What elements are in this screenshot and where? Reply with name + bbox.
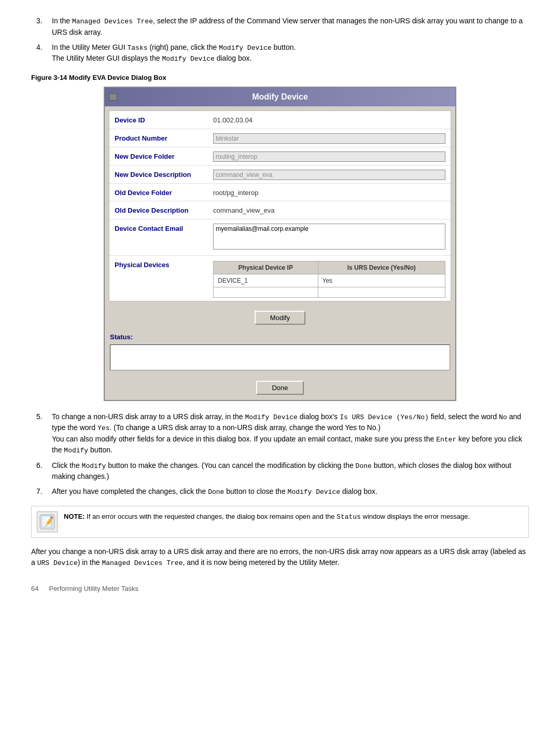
managed-devices-tree-ref: Managed Devices Tree: [72, 18, 153, 25]
svg-text:📝: 📝: [41, 515, 54, 528]
device-contact-email-input[interactable]: myemailalias@mail.corp.example: [213, 224, 445, 250]
note-label: NOTE:: [64, 513, 85, 520]
step-5-content: To change a non-URS disk array to a URS …: [52, 411, 529, 456]
product-number-input[interactable]: [213, 133, 445, 144]
old-device-desc-row: Old Device Description command_view_eva: [109, 201, 451, 219]
modify-button-row: Modify: [105, 306, 455, 330]
old-device-folder-label: Old Device Folder: [115, 187, 213, 198]
old-device-folder-value: root/pg_interop: [213, 187, 445, 198]
new-device-folder-label: New Device Folder: [115, 150, 213, 162]
step-7-num: 7.: [36, 486, 52, 498]
old-device-desc-label: Old Device Description: [115, 204, 213, 216]
device-contact-email-label: Device Contact Email: [115, 223, 213, 234]
is-urs-cell[interactable]: Yes: [318, 274, 445, 287]
product-number-row: Product Number: [109, 129, 451, 147]
step-5-num: 5.: [36, 411, 52, 456]
old-device-desc-value: command_view_eva: [213, 204, 445, 216]
status-label: Status:: [110, 332, 450, 342]
page-footer: 64 Performing Utility Meter Tasks: [31, 584, 529, 594]
device-ip-cell: DEVICE_1: [214, 274, 318, 287]
step-5-subtext: You can also modify other fields for a d…: [52, 435, 522, 454]
note-icon: 📝: [37, 512, 58, 532]
device-contact-email-row: Device Contact Email myemailalias@mail.c…: [109, 219, 451, 256]
step-7-content: After you have completed the changes, cl…: [52, 486, 529, 498]
physical-devices-label: Physical Devices: [115, 259, 213, 270]
old-device-folder-row: Old Device Folder root/pg_interop: [109, 184, 451, 202]
modify-button[interactable]: Modify: [255, 311, 305, 325]
new-device-desc-label: New Device Description: [115, 169, 213, 180]
step-4-num: 4.: [36, 42, 52, 64]
col-physical-device-ip: Physical Device IP: [214, 261, 318, 274]
step-5: 5. To change a non-URS disk array to a U…: [31, 411, 529, 456]
note-box: 📝 NOTE: If an error occurs with the requ…: [31, 506, 529, 538]
new-device-desc-value: [213, 169, 445, 180]
status-area: [110, 344, 450, 370]
footer-text: Performing Utility Meter Tasks: [49, 584, 138, 594]
step-4: 4. In the Utility Meter GUI Tasks (right…: [31, 42, 529, 64]
table-row: DEVICE_1 Yes: [214, 274, 445, 287]
modify-device-dialog: Modify Device Device ID 01.002.03.04 Pro…: [104, 87, 456, 401]
note-content: NOTE: If an error occurs with the reques…: [64, 512, 470, 522]
tasks-ref: Tasks: [127, 44, 147, 52]
col-is-urs-device: Is URS Device (Yes/No): [318, 261, 445, 274]
device-id-row: Device ID 01.002.03.04: [109, 111, 451, 129]
step-4-subtext: The Utility Meter GUI displays the Modif…: [52, 54, 251, 62]
new-device-folder-input[interactable]: [213, 151, 445, 162]
device-contact-email-value: myemailalias@mail.corp.example: [213, 223, 445, 253]
physical-devices-row: Physical Devices Physical Device IP Is U…: [109, 256, 451, 301]
dialog-body: Device ID 01.002.03.04 Product Number Ne…: [109, 110, 451, 301]
new-device-folder-value: [213, 150, 445, 162]
step-3-content: In the Managed Devices Tree, select the …: [52, 16, 529, 38]
after-note-paragraph: After you change a non-URS disk array to…: [31, 546, 529, 569]
page-number: 64: [31, 584, 38, 594]
figure-caption: Figure 3-14 Modify EVA Device Dialog Box: [31, 73, 529, 83]
note-text: If an error occurs with the requested ch…: [87, 513, 470, 520]
new-device-folder-row: New Device Folder: [109, 147, 451, 165]
modify-device-dialog-ref: Modify Device: [162, 55, 214, 63]
new-device-desc-row: New Device Description: [109, 165, 451, 184]
device-id-label: Device ID: [115, 114, 213, 126]
step-6: 6. Click the Modify button to make the c…: [31, 460, 529, 482]
step-7: 7. After you have completed the changes,…: [31, 486, 529, 498]
product-number-value: [213, 132, 445, 144]
modify-device-ref: Modify Device: [219, 44, 271, 52]
new-device-desc-input[interactable]: [213, 170, 445, 180]
step-6-num: 6.: [36, 460, 52, 482]
device-id-value: 01.002.03.04: [213, 114, 445, 126]
product-number-label: Product Number: [115, 132, 213, 144]
dialog-icon: [109, 93, 117, 101]
note-svg-icon: 📝: [39, 514, 55, 530]
step-3: 3. In the Managed Devices Tree, select t…: [31, 16, 529, 38]
status-section: Status:: [105, 330, 455, 376]
physical-devices-table: Physical Device IP Is URS Device (Yes/No…: [213, 261, 445, 298]
dialog-title: Modify Device: [252, 91, 308, 103]
done-button[interactable]: Done: [256, 381, 303, 395]
dialog-titlebar: Modify Device: [105, 88, 455, 106]
step-3-num: 3.: [36, 16, 52, 38]
physical-devices-table-container: Physical Device IP Is URS Device (Yes/No…: [213, 259, 445, 298]
done-button-row: Done: [105, 376, 455, 400]
table-row-empty: [214, 287, 445, 298]
step-6-content: Click the Modify button to make the chan…: [52, 460, 529, 482]
step-4-content: In the Utility Meter GUI Tasks (right) p…: [52, 42, 529, 64]
